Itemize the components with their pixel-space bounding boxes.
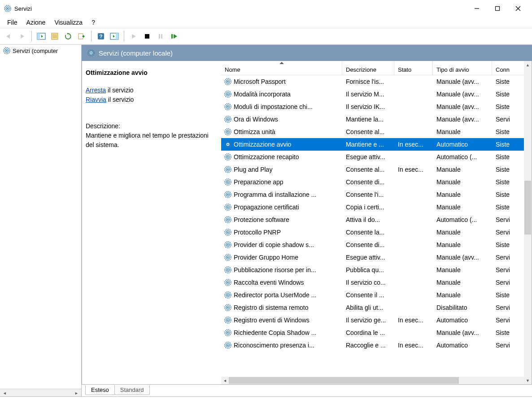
- service-name: Ottimizzazione recapito: [234, 153, 299, 161]
- gear-icon: [224, 191, 232, 199]
- service-description: Consente di...: [342, 178, 394, 186]
- grid-header: Nome Descrizione Stato Tipo di avvio Con…: [221, 61, 532, 75]
- window-title: Servizi: [14, 5, 32, 12]
- chevron-down-icon[interactable]: ▼: [524, 377, 532, 384]
- service-row[interactable]: Plug and PlayConsente al...In esec...Man…: [221, 163, 532, 176]
- menu-help[interactable]: ?: [87, 18, 100, 27]
- pause-service-button[interactable]: [155, 30, 166, 42]
- column-header-startup-type[interactable]: Tipo di avvio: [433, 61, 492, 75]
- service-row[interactable]: Riconoscimento presenza i...Raccoglie e …: [221, 339, 532, 352]
- service-description: Coordina le ...: [342, 329, 394, 336]
- service-row[interactable]: Raccolta eventi WindowsIl servizio co...…: [221, 276, 532, 289]
- service-row[interactable]: Protezione softwareAttiva il do...Automa…: [221, 213, 532, 226]
- service-row[interactable]: Programma di installazione ...Consente l…: [221, 188, 532, 201]
- grid-horizontal-scrollbar[interactable]: ◄ ►: [221, 377, 532, 384]
- properties-button[interactable]: [49, 30, 61, 42]
- description-text: Mantiene e migliora nel tempo le prestaz…: [86, 131, 215, 150]
- service-row[interactable]: Pubblicazione risorse per in...Pubblica …: [221, 264, 532, 276]
- service-state: In esec...: [394, 141, 433, 148]
- service-startup-type: Manuale: [433, 229, 492, 236]
- column-header-name[interactable]: Nome: [221, 61, 342, 75]
- left-horizontal-scrollbar[interactable]: ◄ ►: [0, 389, 81, 396]
- toolbar-separator: [31, 31, 32, 42]
- export-button[interactable]: [76, 30, 87, 42]
- service-startup-type: Automatico: [433, 141, 492, 148]
- service-row[interactable]: Ottimizza unitàConsente al...ManualeSist…: [221, 126, 532, 138]
- service-row[interactable]: Redirector porta UserMode ...Consente il…: [221, 289, 532, 301]
- tab-standard[interactable]: Standard: [114, 385, 150, 395]
- show-hide-action-pane-button[interactable]: [109, 30, 120, 42]
- refresh-button[interactable]: [62, 30, 74, 42]
- service-description: Raccoglie e ...: [342, 342, 394, 349]
- service-row[interactable]: Preparazione appConsente di...ManualeSis…: [221, 176, 532, 188]
- service-startup-type: Manuale (avv...: [433, 91, 492, 98]
- back-button[interactable]: [3, 30, 14, 42]
- service-startup-type: Manuale: [433, 191, 492, 198]
- service-name: Plug and Play: [234, 166, 272, 173]
- gear-icon: [224, 253, 232, 261]
- tree-root-services[interactable]: Servizi (computer: [3, 47, 78, 55]
- gear-icon: [87, 49, 95, 57]
- grid-vertical-scrollbar[interactable]: ▲ ▼: [524, 61, 532, 384]
- minimize-button[interactable]: [467, 2, 487, 15]
- service-row[interactable]: Propagazione certificatiCopia i certi...…: [221, 201, 532, 213]
- chevron-left-icon[interactable]: ◄: [1, 389, 9, 396]
- service-row[interactable]: Provider di copie shadow s...Consente di…: [221, 239, 532, 251]
- service-name: Pubblicazione risorse per in...: [234, 266, 316, 273]
- service-row[interactable]: Moduli di impostazione chi...Il servizio…: [221, 100, 532, 113]
- gear-icon: [224, 140, 232, 148]
- scrollbar-thumb[interactable]: [229, 377, 459, 384]
- svg-rect-27: [159, 34, 160, 39]
- service-startup-type: Manuale: [433, 241, 492, 248]
- service-row[interactable]: Registro di sistema remotoAbilita gli ut…: [221, 301, 532, 314]
- gear-icon: [224, 228, 232, 236]
- column-header-state[interactable]: Stato: [394, 61, 433, 75]
- show-hide-tree-button[interactable]: [35, 30, 47, 42]
- svg-marker-30: [174, 34, 177, 39]
- gear-icon: [224, 153, 232, 161]
- service-description: Consente il ...: [342, 291, 394, 299]
- chevron-left-icon[interactable]: ◄: [221, 377, 229, 384]
- forward-button[interactable]: [16, 30, 28, 42]
- titlebar: Servizi: [0, 0, 532, 17]
- service-row[interactable]: Registro eventi di WindowsIl servizio ge…: [221, 314, 532, 326]
- service-startup-type: Manuale (avv...: [433, 116, 492, 123]
- menu-view[interactable]: Visualizza: [50, 18, 87, 27]
- pane-header-title: Servizi (computer locale): [99, 49, 173, 57]
- stop-service-suffix: il servizio: [106, 87, 133, 94]
- service-row[interactable]: Protocollo PNRPConsente la...ManualeServ…: [221, 226, 532, 239]
- service-startup-type: Manuale (avv...: [433, 103, 492, 110]
- toolbar-separator: [91, 31, 92, 42]
- chevron-right-icon[interactable]: ►: [73, 389, 80, 396]
- column-header-description[interactable]: Descrizione: [342, 61, 394, 75]
- scrollbar-thumb[interactable]: [524, 181, 531, 234]
- menu-file[interactable]: File: [3, 18, 22, 27]
- help-button[interactable]: ?: [95, 30, 107, 42]
- service-state: In esec...: [394, 317, 433, 324]
- service-row[interactable]: Provider Gruppo HomeEsegue attiv...Manua…: [221, 251, 532, 264]
- svg-text:?: ?: [100, 34, 103, 39]
- service-row[interactable]: Ora di WindowsMantiene la...Manuale (avv…: [221, 113, 532, 126]
- stop-service-button[interactable]: [141, 30, 153, 42]
- service-description: Copia i certi...: [342, 204, 394, 211]
- service-row[interactable]: Richiedente Copia Shadow ...Coordina le …: [221, 326, 532, 339]
- service-state: In esec...: [394, 166, 433, 173]
- service-row[interactable]: Modalità incorporataIl servizio M...Manu…: [221, 88, 532, 100]
- toolbar-separator: [124, 31, 124, 42]
- service-description: Il servizio IK...: [342, 103, 394, 110]
- stop-service-link[interactable]: Arresta: [86, 87, 106, 94]
- service-row[interactable]: Microsoft PassportFornisce l'is...Manual…: [221, 75, 532, 88]
- menu-action[interactable]: Azione: [22, 18, 50, 27]
- services-grid: Nome Descrizione Stato Tipo di avvio Con…: [221, 61, 532, 384]
- close-button[interactable]: [508, 2, 528, 15]
- start-service-button[interactable]: [128, 30, 140, 42]
- service-row[interactable]: Ottimizzazione recapitoEsegue attiv...Au…: [221, 151, 532, 163]
- restart-service-button[interactable]: [168, 30, 180, 42]
- chevron-up-icon[interactable]: ▲: [524, 61, 532, 69]
- tab-extended[interactable]: Esteso: [85, 385, 115, 395]
- maximize-button[interactable]: [487, 2, 508, 15]
- svg-marker-16: [67, 33, 68, 35]
- restart-service-link[interactable]: Riavvia: [86, 96, 106, 103]
- gear-icon: [224, 304, 232, 312]
- service-row[interactable]: Ottimizzazione avvioMantiene e ...In ese…: [221, 138, 532, 151]
